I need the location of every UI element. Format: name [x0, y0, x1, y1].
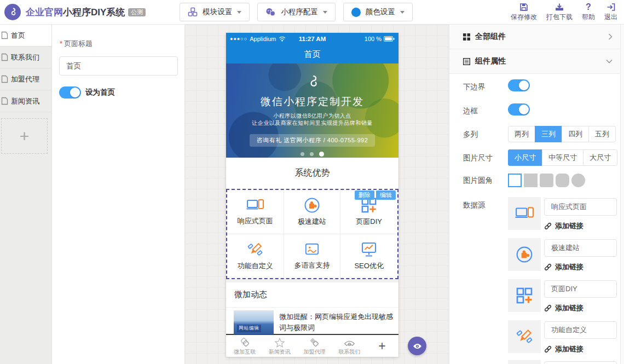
- tab-news[interactable]: 新闻资讯: [262, 337, 297, 356]
- page-title-input[interactable]: [59, 56, 178, 76]
- link-icon: [544, 222, 552, 230]
- radius-option-none-selected[interactable]: [508, 174, 522, 187]
- phone-tab-bar: 微加互联 新闻资讯 加盟代理 联系我们: [226, 334, 398, 357]
- image-radius-options: [508, 174, 585, 187]
- exit-button[interactable]: 退出: [604, 2, 617, 22]
- sidebar-item-agency[interactable]: 加盟代理: [0, 68, 51, 90]
- data-source-title-input[interactable]: [544, 280, 617, 298]
- banner-promo-pill: 咨询有礼 送官网小程序 / 400-0755-992: [250, 134, 375, 147]
- sidebar-item-contact[interactable]: 联系我们: [0, 47, 51, 68]
- chevron-down-icon: [606, 59, 613, 63]
- edit-badge-button[interactable]: 编辑: [376, 190, 396, 200]
- exit-icon: [606, 3, 615, 11]
- page-list-sidebar: 首页 联系我们 加盟代理 新闻资讯 +: [0, 25, 52, 364]
- custom-function-icon: [516, 328, 533, 345]
- add-link-button[interactable]: 添加链接: [544, 344, 583, 354]
- banner-title: 微信小程序定制开发: [226, 95, 398, 109]
- add-link-button[interactable]: 添加链接: [544, 303, 583, 313]
- tab-wejia[interactable]: 微加互联: [227, 337, 262, 356]
- dot: [310, 152, 314, 156]
- save-button[interactable]: 保存修改: [511, 2, 537, 22]
- grid-item-seo[interactable]: SEO优化: [340, 234, 397, 279]
- image-size-small-selected[interactable]: 小尺寸: [508, 149, 542, 166]
- banner-subtitle-1: 小程序以微信8亿用户为切入点: [226, 113, 398, 119]
- download-label: 打包下载: [546, 13, 573, 22]
- save-label: 保存修改: [511, 13, 537, 22]
- image-size-segmented: 小尺寸 中等尺寸 大尺寸: [508, 149, 617, 166]
- grid-item-responsive[interactable]: 响应式页面: [227, 190, 284, 234]
- grid-item-label: 页面DIY: [356, 217, 382, 227]
- download-button[interactable]: 打包下载: [546, 2, 573, 22]
- grid-item-multilang[interactable]: 多语言支持: [284, 234, 341, 279]
- module-settings-menu[interactable]: 模块设置: [180, 3, 250, 21]
- bottom-border-toggle[interactable]: [508, 79, 530, 91]
- data-source-title-input[interactable]: [544, 321, 617, 339]
- exit-label: 退出: [604, 13, 617, 22]
- app-title-main: 小程序DIY系统: [63, 6, 125, 19]
- grid-item-fast-build[interactable]: 极速建站: [284, 190, 341, 234]
- image-size-label: 图片尺寸: [463, 153, 493, 163]
- responsive-page-icon: [515, 205, 534, 222]
- columns-option-3-selected[interactable]: 三列: [535, 126, 562, 142]
- data-source-thumb: [508, 360, 541, 364]
- grid-item-label: SEO优化: [354, 261, 383, 271]
- custom-function-icon: [247, 241, 263, 258]
- data-source-title-input[interactable]: [544, 361, 617, 364]
- radius-option-small[interactable]: [540, 174, 553, 187]
- advantages-grid-component-selected[interactable]: 删除 编辑 响应式页面: [226, 189, 398, 279]
- phone-icon: [344, 338, 355, 348]
- tags-icon: [309, 338, 320, 348]
- component-props-header[interactable]: 组件属性: [449, 49, 620, 74]
- news-item-title: 微加提醒：网页编辑应避免出现敏感词与极限词: [279, 310, 393, 334]
- miniprogram-config-menu[interactable]: 小程序配置: [257, 3, 336, 21]
- set-home-toggle[interactable]: [59, 86, 81, 99]
- page-diy-icon: [516, 287, 533, 304]
- news-list-item[interactable]: 网站编辑 微加提醒：网页编辑应避免出现敏感词与极限词: [226, 308, 398, 334]
- help-button[interactable]: ? 帮助: [582, 2, 595, 22]
- data-source-row-fast-build: 添加链接: [508, 238, 617, 274]
- tab-add-button[interactable]: +: [367, 340, 397, 353]
- columns-option-2[interactable]: 两列: [508, 126, 535, 142]
- add-page-button[interactable]: +: [1, 118, 48, 154]
- image-size-medium[interactable]: 中等尺寸: [542, 149, 583, 166]
- grid-item-custom-function[interactable]: 功能自定义: [227, 234, 284, 279]
- header-menus: 模块设置 小程序配置 颜色设置: [180, 3, 413, 21]
- border-toggle[interactable]: [508, 103, 530, 115]
- link-icon: [544, 345, 552, 353]
- sidebar-item-news[interactable]: 新闻资讯: [0, 90, 51, 112]
- eye-icon: [413, 343, 422, 350]
- color-settings-menu[interactable]: 颜色设置: [343, 3, 413, 21]
- preview-eye-button[interactable]: [408, 337, 426, 355]
- banner-component[interactable]: 微信小程序定制开发 小程序以微信8亿用户为切入点 让企业以及商家在短时间里实现提…: [226, 63, 398, 158]
- radius-option-square[interactable]: [524, 174, 538, 187]
- delete-badge-button[interactable]: 删除: [355, 190, 374, 200]
- columns-option-4[interactable]: 四列: [562, 126, 589, 142]
- chevron-right-icon: [608, 33, 613, 40]
- radius-option-circle[interactable]: [571, 174, 585, 187]
- page-settings-panel: *页面标题 设为首页: [52, 25, 185, 364]
- tab-agency[interactable]: 加盟代理: [297, 337, 332, 356]
- grid-item-label: 多语言支持: [294, 261, 330, 270]
- data-source-row-page-diy: 添加链接: [508, 279, 617, 315]
- radius-option-large[interactable]: [556, 174, 569, 187]
- columns-option-5[interactable]: 五列: [588, 126, 616, 142]
- bottom-border-label: 下边界: [463, 82, 486, 92]
- add-link-button[interactable]: 添加链接: [544, 221, 583, 231]
- editor-canvas: ●●●○○ Applidium 11:27 AM 100 % 首页: [185, 25, 449, 364]
- page-icon: [1, 97, 8, 105]
- grid-item-label: 响应式页面: [238, 216, 273, 226]
- image-size-large[interactable]: 大尺寸: [583, 149, 617, 166]
- data-source-title-input[interactable]: [544, 198, 617, 216]
- add-link-button[interactable]: 添加链接: [544, 262, 583, 272]
- data-source-thumb: [508, 197, 541, 230]
- page-icon: [1, 53, 8, 61]
- all-components-title: 全部组件: [475, 32, 506, 42]
- panel-scrollbar[interactable]: [620, 25, 624, 364]
- app-header: 企业官网小程序DIY系统 公测 模块设置 小程序配置 颜色设置: [0, 0, 624, 25]
- battery-icon: [384, 36, 395, 42]
- battery-percent: 100 %: [365, 36, 382, 42]
- all-components-header[interactable]: 全部组件: [449, 25, 620, 49]
- tab-contact[interactable]: 联系我们: [332, 337, 367, 356]
- data-source-title-input[interactable]: [544, 239, 617, 257]
- sidebar-item-home[interactable]: 首页: [0, 25, 51, 47]
